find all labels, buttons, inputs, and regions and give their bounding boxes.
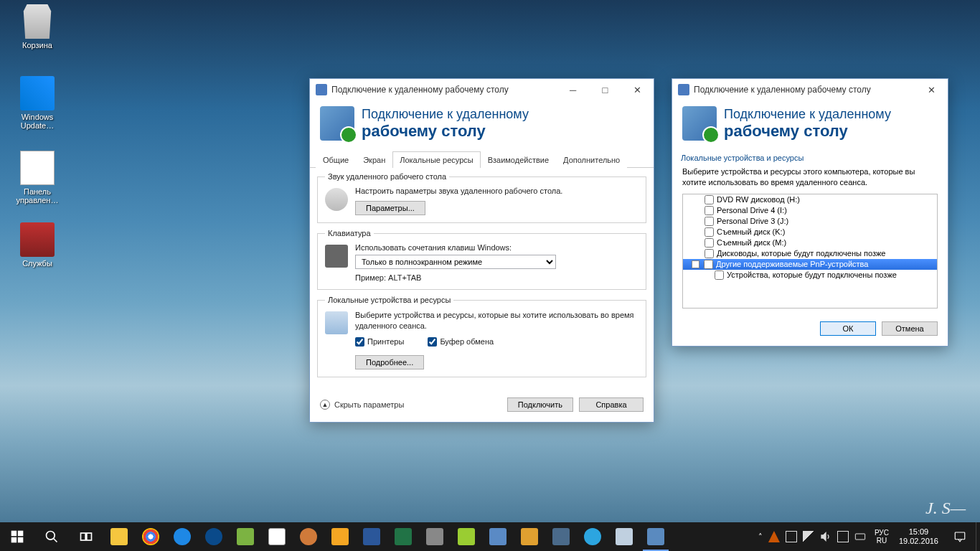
show-desktop-button[interactable] xyxy=(976,522,980,551)
app-explorer[interactable] xyxy=(103,522,135,551)
taskview-button[interactable] xyxy=(69,522,103,551)
rdc-devices-logo-icon xyxy=(682,106,717,141)
tab-general[interactable]: Общие xyxy=(316,151,356,168)
app-chrome[interactable] xyxy=(135,522,166,551)
app-excel[interactable] xyxy=(387,522,419,551)
control-panel-shortcut[interactable]: Панель управлен… xyxy=(10,151,65,204)
keyboard-combo-select[interactable]: Только в полноэкранном режиме xyxy=(355,255,556,269)
tray-keyboard-icon[interactable] xyxy=(854,531,866,542)
audio-description: Настроить параметры звука удаленного раб… xyxy=(355,187,639,195)
services-shortcut[interactable]: Службы xyxy=(10,222,65,268)
rdc-devices-dialog[interactable]: Подключение к удаленному рабочему столу … xyxy=(672,78,948,347)
svg-line-5 xyxy=(54,539,57,542)
tab-local-resources[interactable]: Локальные ресурсы xyxy=(392,151,480,168)
devices-tree[interactable]: DVD RW дисковод (H:) Personal Drive 4 (I… xyxy=(682,194,938,309)
start-button[interactable] xyxy=(0,522,34,551)
rdc-tabs: Общие Экран Локальные ресурсы Взаимодейс… xyxy=(310,151,654,168)
tree-pnp-devices[interactable]: − Другие поддерживаемые PnP-устройства xyxy=(683,259,937,270)
tray-volume-icon[interactable] xyxy=(820,531,831,542)
keyboard-description: Использовать сочетания клавиш Windows: xyxy=(355,243,639,252)
rdc-footer: ▲ Скрыть параметры Подключить Справка xyxy=(310,390,654,422)
minimize-button[interactable]: ─ xyxy=(557,79,589,100)
more-devices-button[interactable]: Подробнее... xyxy=(355,355,424,369)
app-word[interactable] xyxy=(356,522,387,551)
tree-remm[interactable]: Съемный диск (M:) xyxy=(683,237,937,248)
clipboard-checkbox[interactable]: Буфер обмена xyxy=(428,337,494,347)
lang-line2: RU xyxy=(875,537,889,545)
devices-intro-text: Выберите устройства и ресурсы этого комп… xyxy=(672,164,948,194)
maximize-button[interactable]: □ xyxy=(589,79,621,100)
tree-pd3[interactable]: Personal Drive 3 (J:) xyxy=(683,216,937,227)
recycle-bin-label: Корзина xyxy=(10,41,65,50)
devices-section-label: Локальные устройства и ресурсы xyxy=(672,151,948,164)
app-snip[interactable] xyxy=(419,522,451,551)
search-button[interactable] xyxy=(34,522,69,551)
tray-monitor-icon[interactable] xyxy=(837,531,849,542)
printers-checkbox-input[interactable] xyxy=(355,337,364,347)
devices-close-button[interactable]: ✕ xyxy=(915,79,948,100)
language-indicator[interactable]: РУС RU xyxy=(870,529,893,545)
app-edge[interactable] xyxy=(198,522,230,551)
devices-dialog-buttons: ОК Отмена xyxy=(672,309,948,346)
rdc-devices-title-icon xyxy=(678,84,689,95)
action-center-button[interactable] xyxy=(944,522,976,551)
printers-checkbox[interactable]: Принтеры xyxy=(355,337,404,347)
tree-pd4[interactable]: Personal Drive 4 (I:) xyxy=(683,205,937,216)
taskbar[interactable]: ˄ РУС RU 15:09 19.02.2016 xyxy=(0,522,980,551)
close-button[interactable]: ✕ xyxy=(621,79,654,100)
recycle-bin[interactable]: Корзина xyxy=(10,4,65,50)
cancel-button[interactable]: Отмена xyxy=(882,321,938,336)
taskbar-clock[interactable]: 15:09 19.02.2016 xyxy=(893,527,944,546)
local-resources-description: Выберите устройства и ресурсы, которые в… xyxy=(355,310,639,331)
connect-button[interactable]: Подключить xyxy=(507,397,573,412)
rdc-main-window[interactable]: Подключение к удаленному рабочему столу … xyxy=(309,78,654,423)
tab-display[interactable]: Экран xyxy=(356,151,392,168)
tray-chevron-icon[interactable]: ˄ xyxy=(758,532,763,542)
rdc-main-title: Подключение к удаленному рабочему столу xyxy=(331,85,557,95)
recycle-bin-icon xyxy=(20,4,55,39)
local-resources-group: Локальные устройства и ресурсы Выберите … xyxy=(317,296,646,377)
app-rdc[interactable] xyxy=(640,522,672,551)
taskbar-apps xyxy=(103,522,754,551)
rdc-devices-heading-line1: Подключение к удаленному xyxy=(724,107,891,122)
system-tray[interactable]: ˄ xyxy=(754,531,870,542)
taskview-icon xyxy=(79,529,93,544)
audio-settings-button[interactable]: Параметры... xyxy=(355,201,425,215)
tray-network-icon[interactable] xyxy=(803,531,814,542)
rdc-heading-line1: Подключение к удаленному xyxy=(362,107,529,122)
app-generic-3[interactable] xyxy=(482,522,514,551)
tray-battery-icon[interactable] xyxy=(786,531,797,542)
app-ie[interactable] xyxy=(166,522,198,551)
tree-remk[interactable]: Съемный диск (K:) xyxy=(683,227,937,237)
app-telegram[interactable] xyxy=(577,522,608,551)
clipboard-checkbox-input[interactable] xyxy=(428,337,437,347)
hide-options-link[interactable]: ▲ Скрыть параметры xyxy=(320,400,501,410)
tray-vlc-icon[interactable] xyxy=(768,531,780,542)
printers-label: Принтеры xyxy=(367,337,404,346)
tab-experience[interactable]: Взаимодействие xyxy=(481,151,556,168)
tab-advanced[interactable]: Дополнительно xyxy=(556,151,627,168)
search-icon xyxy=(44,529,59,544)
windows-update-label: Windows Update… xyxy=(10,113,65,130)
rdc-devices-titlebar[interactable]: Подключение к удаленному рабочему столу … xyxy=(672,79,948,100)
rdc-main-titlebar[interactable]: Подключение к удаленному рабочему столу … xyxy=(310,79,654,100)
app-generic-5[interactable] xyxy=(545,522,577,551)
app-notepadpp[interactable] xyxy=(451,522,482,551)
tree-dvd[interactable]: DVD RW дисковод (H:) xyxy=(683,194,937,205)
windows-update-shortcut[interactable]: Windows Update… xyxy=(10,76,65,130)
ok-button[interactable]: ОК xyxy=(820,321,876,336)
app-generic-2[interactable] xyxy=(293,522,324,551)
svg-rect-9 xyxy=(855,534,864,540)
speaker-icon xyxy=(325,188,348,211)
svg-rect-6 xyxy=(81,533,86,540)
app-generic-6[interactable] xyxy=(608,522,640,551)
app-outlook[interactable] xyxy=(324,522,356,551)
app-generic-1[interactable] xyxy=(230,522,261,551)
help-button[interactable]: Справка xyxy=(579,397,644,412)
app-generic-4[interactable] xyxy=(514,522,545,551)
app-totalcmd[interactable] xyxy=(261,522,293,551)
tree-drives-later[interactable]: Дисководы, которые будут подключены позж… xyxy=(683,248,937,259)
expand-minus-icon[interactable]: − xyxy=(692,260,699,268)
notification-icon xyxy=(953,530,966,543)
tree-devices-later[interactable]: Устройства, которые будут подключены поз… xyxy=(683,270,937,281)
